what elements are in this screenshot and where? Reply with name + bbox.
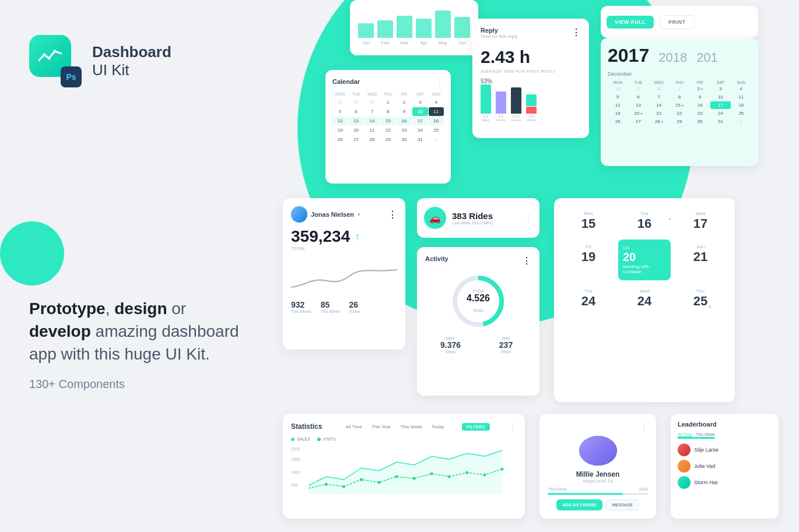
weekly-day-num-19: 19	[565, 249, 612, 265]
stats-menu-icon[interactable]: ⋮	[509, 422, 517, 431]
activity-min-value: 237	[481, 340, 531, 350]
weekly-col-thu: Thu 25•	[674, 284, 727, 313]
weekly-sat-num: 20	[623, 251, 666, 264]
reply-subtitle: Time for first reply	[481, 34, 518, 39]
leaderboard-name-2: Julie Vad	[694, 463, 715, 469]
svg-text:500: 500	[291, 483, 298, 487]
legend-sales: SALES	[291, 437, 310, 441]
weekly-day-num-17: 17	[677, 216, 724, 231]
year-after[interactable]: 201	[696, 50, 718, 65]
card-calendar: Calendar ⋮ MON TUE WED THU FRI SAT SUN 2…	[325, 70, 451, 184]
leaderboard-item-2: Julie Vad	[678, 460, 772, 473]
reply-title: Reply	[481, 27, 518, 34]
rides-sub: Last week 293 (+38%)	[452, 221, 493, 225]
svg-point-15	[413, 477, 416, 480]
leaderboard-tab-alltime[interactable]: All Time	[678, 432, 692, 437]
logo-subtitle: UI Kit	[92, 61, 171, 79]
label-mar: Mar	[397, 40, 412, 45]
activity-menu-icon[interactable]: ⋮	[522, 255, 531, 266]
tagline-prototype: Prototype	[29, 300, 106, 318]
logo-area: Ps Dashboard UI Kit	[29, 35, 239, 87]
weekly-col-mon: Mon 15	[562, 206, 615, 236]
svg-point-1	[48, 57, 51, 60]
reply-bar-2	[496, 91, 506, 114]
donut-chart: TODA 4.526 Steps	[449, 272, 507, 330]
donut-container: TODA 4.526 Steps	[425, 272, 531, 330]
btn-add-friend[interactable]: ADD AS FRIEND	[556, 499, 602, 510]
jonas-total: TOTAL	[291, 246, 397, 251]
legend-sales-label: SALES	[297, 437, 310, 441]
jonas-name: Jonas Nielsen	[311, 211, 354, 218]
components-label: Components	[55, 378, 125, 390]
reply-menu-icon[interactable]: ⋮	[572, 27, 581, 45]
year-month: December	[608, 71, 751, 77]
stats-title: Statistics	[291, 422, 322, 431]
activity-title: Activity	[425, 255, 448, 266]
svg-point-13	[377, 481, 380, 484]
weekly-col-fri: Fri 19	[562, 239, 615, 280]
profile-points: 754 Points	[548, 487, 567, 491]
logo-text: Dashboard UI Kit	[92, 43, 171, 79]
reply-bar-label-3: 6-24Hours	[511, 115, 521, 122]
weekly-day-name-fri: Fri	[565, 244, 612, 249]
jonas-stat-today: 26 Today	[349, 300, 360, 313]
cal-grid: MON TUE WED THU FRI SAT SUN 28 29 30 1 2…	[332, 91, 444, 144]
cal-header: Calendar ⋮	[332, 77, 444, 86]
donut-label: TODA	[464, 289, 493, 293]
jonas-menu-icon[interactable]: ⋮	[388, 209, 397, 220]
cards-area: Jan Feb Mar Apr May Jun Calendar ⋮ MON T…	[274, 0, 799, 532]
year-next[interactable]: 2018	[658, 50, 687, 65]
svg-point-2	[54, 50, 57, 53]
jonas-month-num: 932	[291, 300, 311, 309]
reply-bar-group-1: 0-1Hour	[481, 84, 491, 122]
svg-marker-9	[309, 450, 502, 494]
btn-print[interactable]: PRINT	[660, 15, 695, 29]
reply-bar-group-2: 1-2Hours	[496, 91, 506, 122]
svg-point-12	[360, 478, 363, 481]
tagline-develop: develop	[29, 322, 91, 340]
weekly-day-num-25: 25•	[693, 294, 707, 309]
stats-tab-alltime[interactable]: All Time	[344, 423, 365, 431]
donut-sub: Steps	[473, 308, 483, 312]
profile-menu-icon[interactable]: ⋮	[640, 422, 648, 431]
bar-jun	[454, 17, 470, 38]
profile-header: ⋮	[548, 422, 648, 431]
jonas-week-num: 85	[321, 300, 340, 309]
chart-area: 2000 1500 1000 500	[291, 445, 517, 494]
weekly-col-sun: Sun 21	[674, 239, 727, 280]
profile-name: Millie Jensen	[576, 470, 620, 478]
year-selector: 2017 2018 201	[608, 45, 751, 66]
logo-title: Dashboard	[92, 43, 171, 61]
leaderboard-item-3: Storm Har	[678, 476, 772, 489]
svg-point-11	[342, 485, 345, 488]
weekly-event-sat: Sat 20 Meeting withCristiane	[618, 239, 671, 280]
reply-bars: 0-1Hour 1-2Hours 6-24Hours +24Hours	[481, 87, 581, 122]
weekly-day-name-wed: Wed	[677, 211, 724, 216]
weekly-day-name-thu: Thu	[677, 288, 724, 294]
cal-menu-icon[interactable]: ⋮	[436, 77, 444, 86]
legend-visits-dot	[317, 438, 321, 441]
stats-tab-week[interactable]: This Week	[398, 423, 425, 431]
donut-value: 4.526	[467, 293, 490, 303]
weekly-day-name-sun: Sun	[677, 244, 724, 249]
leaderboard-tab-week[interactable]: This Week	[696, 432, 715, 437]
jonas-chevron-icon[interactable]: ▾	[358, 212, 360, 217]
reply-bar-3	[511, 87, 521, 114]
reply-bar-group-4: +24Hours	[526, 94, 537, 122]
bar-feb	[377, 20, 393, 38]
bar-chart	[358, 6, 470, 38]
reply-bar-label-1: 0-1Hour	[482, 115, 489, 122]
btn-view-full[interactable]: VIEW FULL	[607, 16, 654, 29]
stats-header: Statistics All Time This Year This Week …	[291, 422, 517, 431]
leaderboard-avatar-1	[678, 443, 691, 456]
stats-tab-today[interactable]: Today	[429, 423, 446, 431]
stats-filter-button[interactable]: FILTERS	[462, 423, 490, 431]
svg-point-16	[430, 473, 433, 475]
rides-count: 383 Rides	[452, 211, 493, 221]
profile-avatar	[579, 436, 617, 466]
jonas-count: 359,234	[291, 227, 350, 246]
year-current[interactable]: 2017	[608, 45, 649, 66]
rides-menu-icon[interactable]: ⋮	[524, 213, 532, 223]
stats-tab-year[interactable]: This Year	[369, 423, 393, 431]
btn-message[interactable]: MESSAGE	[606, 499, 639, 510]
